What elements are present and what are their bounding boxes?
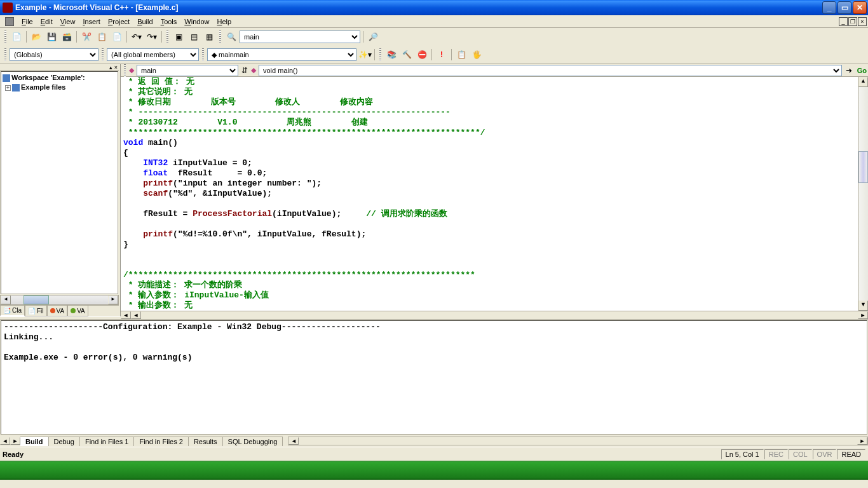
go-label: Go xyxy=(857,67,867,74)
execute-button[interactable]: ! xyxy=(435,48,449,62)
copy-button[interactable]: 📋 xyxy=(95,30,109,44)
breakpoint-button[interactable]: 🖐 xyxy=(470,48,484,62)
save-button[interactable]: 💾 xyxy=(44,30,58,44)
maximize-button[interactable]: ▭ xyxy=(837,1,851,14)
menubar: FFileile Edit View Insert Project Build … xyxy=(0,15,868,28)
find-combo[interactable]: main xyxy=(240,30,360,43)
toolbar-grip[interactable] xyxy=(4,30,6,43)
status-ovr: OVR xyxy=(813,449,837,459)
paste-button[interactable]: 📄 xyxy=(110,30,124,44)
tab-fif1[interactable]: Find in Files 1 xyxy=(80,437,134,446)
windows-taskbar[interactable] xyxy=(0,461,868,480)
go-arrow-button[interactable]: ➜ xyxy=(843,65,855,76)
toolbar-grip[interactable] xyxy=(219,30,221,43)
menu-project[interactable]: Project xyxy=(104,17,133,27)
expand-icon[interactable]: + xyxy=(5,85,11,91)
title-text: Example - Microsoft Visual C++ - [Exampl… xyxy=(15,3,821,12)
build-button[interactable]: 🔨 xyxy=(400,48,414,62)
menu-window[interactable]: Window xyxy=(180,17,213,27)
tab-classview[interactable]: 📑 Cla xyxy=(0,306,25,316)
workspace-grip[interactable]: ▴ × xyxy=(0,64,119,71)
status-col: COL xyxy=(789,449,812,459)
tab-debug[interactable]: Debug xyxy=(49,437,80,446)
new-file-button[interactable]: 📄 xyxy=(10,30,24,44)
titlebar: Example - Microsoft Visual C++ - [Exampl… xyxy=(0,0,868,15)
status-rec: REC xyxy=(764,449,788,459)
tab-scroll-left[interactable]: ◄ xyxy=(0,437,10,445)
menu-insert[interactable]: Insert xyxy=(79,17,104,27)
toolbar-grip[interactable] xyxy=(4,48,6,61)
tab-build[interactable]: Build xyxy=(20,437,49,446)
menu-help[interactable]: Help xyxy=(213,17,235,27)
workspace-tabs: 📑 Cla 📄 Fil VA VA xyxy=(0,305,119,316)
find-button[interactable]: 🔍 xyxy=(224,30,238,44)
go-debug-button[interactable]: 📋 xyxy=(454,48,468,62)
tab-results[interactable]: Results xyxy=(189,437,223,446)
output-hscrollbar[interactable]: ◄► xyxy=(288,437,868,445)
open-button[interactable]: 📂 xyxy=(29,30,43,44)
output-pane: --------------------Configuration: Examp… xyxy=(0,320,868,447)
nav-function-combo[interactable]: void main() xyxy=(259,65,842,76)
mdi-close-button[interactable]: × xyxy=(858,17,867,26)
toolbar-grip[interactable] xyxy=(166,30,168,43)
editor-panel: ◆ main ⇵ ◆ void main() ➜ Go * 返 回 值： 无 *… xyxy=(121,64,868,316)
redo-button[interactable]: ↷▾ xyxy=(145,30,159,44)
find-in-files-button[interactable]: 🔎 xyxy=(366,30,380,44)
window-list-button[interactable]: ▣ xyxy=(172,30,186,44)
mdi-sys-icon[interactable] xyxy=(5,17,14,26)
tab-va1[interactable]: VA xyxy=(47,306,68,316)
go-button[interactable]: ✨▾ xyxy=(358,48,372,62)
tab-sql[interactable]: SQL Debugging xyxy=(223,437,283,446)
status-ready: Ready xyxy=(3,451,721,458)
status-read: READ xyxy=(837,449,865,459)
toolbar-area: 📄 📂 💾 🗃️ ✂️ 📋 📄 ↶▾ ↷▾ ▣ ▤ ▦ 🔍 main 🔎 (Gl… xyxy=(0,28,868,64)
main-area: ▴ × Workspace 'Example': +Example files … xyxy=(0,64,868,316)
tab-fileview[interactable]: 📄 Fil xyxy=(25,306,47,316)
stop-build-button[interactable]: ⛔ xyxy=(415,48,429,62)
minimize-button[interactable]: _ xyxy=(822,1,836,14)
tree-project-item[interactable]: +Example files xyxy=(3,83,116,92)
status-position: Ln 5, Col 1 xyxy=(721,449,764,459)
menu-build[interactable]: Build xyxy=(133,17,156,27)
output-button[interactable]: ▤ xyxy=(187,30,201,44)
menu-view[interactable]: View xyxy=(57,17,79,27)
workspace-hscroll[interactable]: ◄► xyxy=(0,295,119,305)
workspace-button[interactable]: ▦ xyxy=(202,30,216,44)
nav-toggle-button[interactable]: ⇵ xyxy=(240,65,250,76)
output-text[interactable]: --------------------Configuration: Examp… xyxy=(1,320,867,435)
code-editor[interactable]: * 返 回 值： 无 * 其它说明： 无 * 修改日期 版本号 修改人 修改内容… xyxy=(121,77,858,311)
output-tabs: ◄ ► Build Debug Find in Files 1 Find in … xyxy=(0,435,868,447)
nav-class-combo[interactable]: main xyxy=(137,65,238,76)
workspace-panel: ▴ × Workspace 'Example': +Example files … xyxy=(0,64,121,316)
scope-members-combo[interactable]: (All global members) xyxy=(107,48,199,61)
tab-fif2[interactable]: Find in Files 2 xyxy=(134,437,188,446)
editor-navbar: ◆ main ⇵ ◆ void main() ➜ Go xyxy=(121,64,868,77)
menu-file[interactable]: FFileile xyxy=(18,17,37,27)
compile-button[interactable]: 📚 xyxy=(384,48,398,62)
editor-hscrollbar[interactable]: ◄◄► xyxy=(121,311,868,319)
tab-scroll-right[interactable]: ► xyxy=(10,437,20,445)
cut-button[interactable]: ✂️ xyxy=(79,30,93,44)
scope-function-combo[interactable]: ◆ mainmain xyxy=(207,48,356,61)
editor-body: * 返 回 值： 无 * 其它说明： 无 * 修改日期 版本号 修改人 修改内容… xyxy=(121,77,868,311)
diamond-icon: ◆ xyxy=(129,66,134,74)
project-icon xyxy=(12,84,20,92)
save-all-button[interactable]: 🗃️ xyxy=(60,30,74,44)
menu-tools[interactable]: Tools xyxy=(157,17,181,27)
tab-va2[interactable]: VA xyxy=(67,306,88,316)
menu-edit[interactable]: Edit xyxy=(37,17,57,27)
app-icon xyxy=(3,3,13,13)
tree-workspace-root[interactable]: Workspace 'Example': xyxy=(3,73,116,83)
statusbar: Ready Ln 5, Col 1 REC COL OVR READ xyxy=(0,447,868,461)
scope-globals-combo[interactable]: (Globals) xyxy=(10,48,98,61)
undo-button[interactable]: ↶▾ xyxy=(130,30,144,44)
workspace-icon xyxy=(3,74,10,82)
mdi-minimize-button[interactable]: _ xyxy=(839,17,848,26)
mdi-restore-button[interactable]: ❐ xyxy=(848,17,857,26)
workspace-tree[interactable]: Workspace 'Example': +Example files xyxy=(1,71,118,294)
diamond-icon: ◆ xyxy=(251,66,256,74)
editor-vscrollbar[interactable]: ▲▼ xyxy=(858,77,868,311)
close-button[interactable]: ✕ xyxy=(853,1,867,14)
